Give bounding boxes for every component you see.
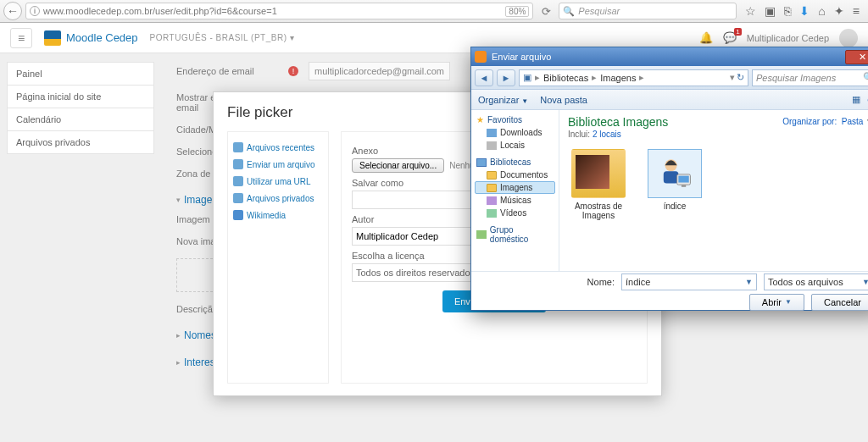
search-icon: 🔍 <box>863 72 868 83</box>
info-icon: i <box>30 6 40 16</box>
repo-list: Arquivos recentes Enviar um arquivo Util… <box>227 131 329 384</box>
sidebar-item-painel[interactable]: Painel <box>7 62 154 86</box>
messages-icon[interactable]: 💬1 <box>723 31 737 44</box>
tree-images[interactable]: Imagens <box>475 181 555 194</box>
menu-icon[interactable]: ≡ <box>853 4 860 18</box>
nav-fwd-button[interactable]: ► <box>497 69 515 86</box>
label-filename: Nome: <box>587 277 615 287</box>
dialog-search[interactable]: Pesquisar Imagens 🔍 <box>752 69 868 86</box>
file-amostras[interactable]: Amostras de Imagens <box>568 149 629 220</box>
tree-locais[interactable]: Locais <box>475 139 555 152</box>
svg-rect-4 <box>682 185 686 187</box>
url-text: www.moodlecedep.com.br/user/edit.php?id=… <box>43 6 502 16</box>
recent-icon <box>233 142 243 152</box>
private-icon <box>233 193 243 203</box>
addons-icon[interactable]: ✦ <box>834 4 844 18</box>
site-logo[interactable]: Moodle Cedep <box>44 30 138 46</box>
dialog-nav: ◄ ► ▣ ▸ Bibliotecas ▸ Imagens ▸ ▾ ↻ Pesq… <box>471 66 868 90</box>
close-button[interactable]: ✕ <box>845 50 868 64</box>
reload-button[interactable]: ⟳ <box>537 3 555 19</box>
downloads-icon[interactable]: ⎘ <box>784 4 791 18</box>
folder-tree: ★Favoritos Downloads Locais Bibliotecas … <box>471 110 559 271</box>
repo-upload[interactable]: Enviar um arquivo <box>233 156 323 173</box>
repo-private[interactable]: Arquivos privados <box>233 190 323 207</box>
notification-bell-icon[interactable]: 🔔 <box>699 31 713 44</box>
bookmark-icon[interactable]: ☆ <box>745 4 756 18</box>
label-email: Endereço de email <box>176 66 278 76</box>
download-arrow-icon[interactable]: ⬇ <box>799 4 810 18</box>
repo-wikimedia[interactable]: Wikimedia <box>233 207 323 224</box>
refresh-icon[interactable]: ↻ <box>737 72 744 83</box>
files-pane: Biblioteca Imagens Inclui: 2 locais Orga… <box>559 110 868 271</box>
open-button[interactable]: Abrir▼ <box>749 294 804 311</box>
notif-badge: 1 <box>734 28 741 36</box>
breadcrumb[interactable]: ▣ ▸ Bibliotecas ▸ Imagens ▸ ▾ ↻ <box>519 69 748 86</box>
nav-back-button[interactable]: ◄ <box>475 69 493 86</box>
home-icon[interactable]: ⌂ <box>818 4 825 18</box>
back-button[interactable]: ← <box>3 2 22 20</box>
nav-toggle[interactable]: ≡ <box>10 28 32 48</box>
search-placeholder: Pesquisar <box>578 6 620 16</box>
svg-rect-1 <box>664 171 679 183</box>
tree-videos[interactable]: Vídeos <box>475 207 555 219</box>
wikimedia-icon <box>233 210 243 220</box>
firefox-icon <box>475 51 487 63</box>
sidebar: Painel Página inicial do site Calendário… <box>0 53 161 442</box>
files-subheading: Inclui: 2 locais <box>568 130 868 139</box>
email-field[interactable]: multiplicadorcedep@gmail.com <box>309 62 450 80</box>
tree-libraries[interactable]: Bibliotecas <box>475 156 555 169</box>
tree-music[interactable]: Músicas <box>475 194 555 207</box>
pocket-icon[interactable]: ▣ <box>765 4 776 18</box>
required-icon: ! <box>288 66 298 76</box>
filename-combo[interactable]: índice▼ <box>621 273 757 290</box>
browser-search[interactable]: 🔍 Pesquisar <box>559 3 737 19</box>
language-selector[interactable]: PORTUGUÊS - BRASIL (PT_BR) ▾ <box>150 33 295 42</box>
new-folder-button[interactable]: Nova pasta <box>540 95 587 105</box>
filetype-combo[interactable]: Todos os arquivos▼ <box>764 273 868 290</box>
logo-icon <box>44 30 61 46</box>
avatar[interactable] <box>839 29 858 47</box>
repo-url[interactable]: Utilizar uma URL <box>233 173 323 190</box>
dialog-toolbar: Organizar ▼ Nova pasta ▦ ◉ <box>471 90 868 110</box>
os-file-dialog: Enviar arquivo ✕ ◄ ► ▣ ▸ Bibliotecas ▸ I… <box>470 47 868 311</box>
organize-by[interactable]: Organizar por: Pasta ▼ <box>782 117 868 126</box>
repo-recent[interactable]: Arquivos recentes <box>233 139 323 156</box>
url-bar[interactable]: i www.moodlecedep.com.br/user/edit.php?i… <box>25 3 533 19</box>
upload-icon <box>233 159 243 169</box>
sidebar-item-calendario[interactable]: Calendário <box>7 108 154 131</box>
user-name[interactable]: Multiplicador Cedep <box>747 33 829 43</box>
tree-documents[interactable]: Documentos <box>475 169 555 181</box>
tree-homegroup[interactable]: Grupo doméstico <box>475 224 555 246</box>
site-name: Moodle Cedep <box>66 31 138 44</box>
dialog-title: Enviar arquivo <box>492 52 551 62</box>
sidebar-item-arquivos-privados[interactable]: Arquivos privados <box>7 130 154 154</box>
file-indice[interactable]: índice <box>644 149 705 220</box>
tree-favorites[interactable]: ★Favoritos <box>475 113 555 126</box>
lib-icon: ▣ <box>523 72 531 83</box>
browser-toolbar: ← i www.moodlecedep.com.br/user/edit.php… <box>0 0 868 23</box>
locations-link[interactable]: 2 locais <box>593 130 621 139</box>
sidebar-item-pagina-inicial[interactable]: Página inicial do site <box>7 85 154 108</box>
svg-rect-3 <box>678 176 688 183</box>
dialog-bottom: Nome: índice▼ Todos os arquivos▼ Abrir▼ … <box>471 271 868 312</box>
zoom-level[interactable]: 80% <box>505 6 529 17</box>
cancel-button[interactable]: Cancelar <box>811 294 868 311</box>
search-icon: 🔍 <box>563 6 575 17</box>
view-icon[interactable]: ▦ <box>852 94 860 105</box>
organize-menu[interactable]: Organizar ▼ <box>478 95 528 105</box>
choose-file-button[interactable]: Selecionar arquivo... <box>352 158 444 173</box>
person-monitor-icon <box>656 155 693 192</box>
tree-downloads[interactable]: Downloads <box>475 126 555 139</box>
url-icon <box>233 176 243 186</box>
chrome-icons: ☆ ▣ ⎘ ⬇ ⌂ ✦ ≡ <box>740 4 865 18</box>
dialog-titlebar: Enviar arquivo ✕ <box>471 47 868 66</box>
